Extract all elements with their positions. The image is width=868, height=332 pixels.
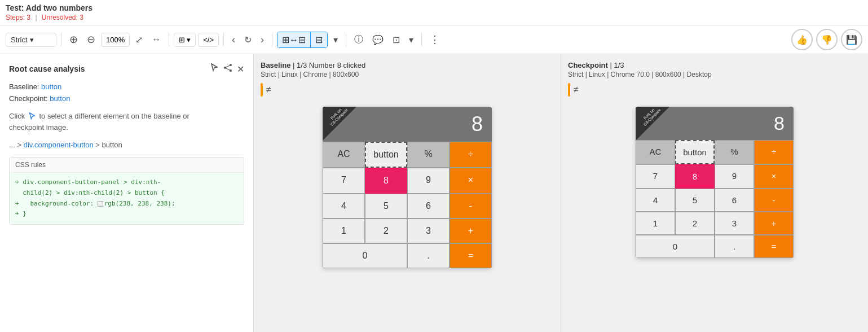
left-panel: Root cause analysis ✕ Baseline: button C… bbox=[0, 54, 254, 332]
checkpoint-calc-buttons: AC button % ÷ 7 8 9 × 4 5 6 - 1 2 bbox=[636, 140, 794, 258]
code-button[interactable]: </> bbox=[198, 33, 219, 47]
save-button[interactable]: 💾 bbox=[841, 29, 862, 50]
close-button[interactable]: ✕ bbox=[237, 64, 244, 75]
breadcrumb-sep2: > bbox=[95, 141, 102, 149]
checkpoint-btn-7[interactable]: 7 bbox=[636, 164, 675, 189]
diff-bar-checkpoint bbox=[568, 83, 570, 97]
baseline-btn-dot[interactable]: . bbox=[407, 243, 450, 268]
select-dropdown-button[interactable]: ▾ bbox=[406, 32, 417, 47]
checkpoint-btn-multiply[interactable]: × bbox=[754, 164, 794, 189]
baseline-btn-3[interactable]: 3 bbox=[407, 219, 450, 243]
checkpoint-btn-9[interactable]: 9 bbox=[715, 164, 754, 189]
baseline-btn-percent[interactable]: % bbox=[407, 142, 450, 168]
checkpoint-btn-2[interactable]: 2 bbox=[675, 212, 715, 235]
steps-label: Steps: 3 bbox=[6, 14, 30, 21]
checkpoint-btn-0[interactable]: 0 bbox=[636, 235, 715, 258]
baseline-btn-4[interactable]: 4 bbox=[323, 194, 365, 219]
share-button[interactable] bbox=[223, 63, 232, 75]
checkpoint-btn-8[interactable]: 8 bbox=[675, 164, 715, 189]
baseline-panel: Baseline | 1/3 Number 8 clicked Strict |… bbox=[254, 54, 561, 332]
baseline-btn-equals[interactable]: = bbox=[450, 243, 492, 268]
expand-button[interactable]: ↔ bbox=[148, 32, 164, 47]
cursor-button[interactable] bbox=[210, 63, 219, 75]
breadcrumb-dots: ... > bbox=[9, 141, 24, 149]
baseline-btn-9[interactable]: 9 bbox=[407, 168, 450, 194]
css-add-2: + background-color: rgb(238, 238, 238); bbox=[15, 200, 175, 207]
checkpoint-btn-6[interactable]: 6 bbox=[715, 189, 754, 212]
checkpoint-btn-divide[interactable]: ÷ bbox=[754, 140, 794, 164]
compare-group[interactable]: ⊞↔⊟ ⊟ bbox=[277, 32, 328, 48]
toolbar-separator-3 bbox=[223, 33, 224, 46]
compare-dropdown-button[interactable]: ▾ bbox=[330, 32, 341, 47]
checkpoint-btn-3[interactable]: 3 bbox=[715, 212, 754, 235]
checkpoint-panel: Checkpoint | 1/3 Strict | Linux | Chrome… bbox=[561, 54, 868, 332]
compare-overlay-button[interactable]: ⊟ bbox=[311, 32, 327, 47]
checkpoint-btn-plus[interactable]: + bbox=[754, 212, 794, 235]
code-icon: </> bbox=[203, 36, 214, 44]
checkpoint-btn-dot[interactable]: . bbox=[715, 235, 754, 258]
comment-button[interactable]: 💬 bbox=[369, 32, 387, 47]
baseline-btn-ac[interactable]: AC bbox=[323, 142, 365, 168]
baseline-btn-button[interactable]: button bbox=[365, 142, 407, 168]
panel-title: Root cause analysis bbox=[9, 64, 85, 73]
baseline-btn-0[interactable]: 0 bbox=[323, 243, 407, 268]
thumbs-down-button[interactable]: 👎 bbox=[816, 29, 838, 50]
checkpoint-btn-button[interactable]: button bbox=[675, 140, 715, 164]
css-code: + div.component-button-panel > div:nth- … bbox=[10, 173, 244, 224]
main-layout: Root cause analysis ✕ Baseline: button C… bbox=[0, 54, 868, 332]
checkpoint-calc-wrapper: Fork onGit-Compare 8 AC button % ÷ 7 8 9… bbox=[568, 101, 861, 264]
checkpoint-calculator: Fork onGit-Compare 8 AC button % ÷ 7 8 9… bbox=[636, 107, 794, 258]
breadcrumb-div-link[interactable]: div.component-button bbox=[24, 141, 94, 149]
compare-split-button[interactable]: ⊞↔⊟ bbox=[277, 32, 311, 47]
separator: | bbox=[35, 14, 38, 21]
checkpoint-link[interactable]: button bbox=[50, 94, 70, 103]
checkpoint-label: Checkpoint: bbox=[9, 94, 48, 103]
alert-button[interactable]: ⓘ bbox=[351, 32, 367, 48]
zoom-out-button[interactable]: ⊖ bbox=[83, 31, 99, 48]
baseline-corner-badge: Fork onGit-Compare bbox=[323, 107, 356, 141]
fit-button[interactable]: ⤢ bbox=[132, 32, 146, 47]
baseline-info: Baseline: button Checkpoint: button bbox=[9, 81, 244, 105]
checkpoint-btn-5[interactable]: 5 bbox=[675, 189, 715, 212]
baseline-btn-8[interactable]: 8 bbox=[365, 168, 407, 194]
baseline-link[interactable]: button bbox=[41, 82, 61, 91]
checkpoint-btn-equals[interactable]: = bbox=[754, 235, 794, 258]
baseline-btn-1[interactable]: 1 bbox=[323, 219, 365, 243]
thumbs-up-button[interactable]: 👍 bbox=[791, 29, 813, 50]
toolbar-separator-4 bbox=[272, 33, 272, 46]
layers-button[interactable]: ⊞ ▾ bbox=[174, 33, 196, 47]
more-button[interactable]: ⋮ bbox=[426, 31, 443, 48]
click-desc-2: checkpoint image. bbox=[9, 123, 68, 132]
chevron-down-icon: ▾ bbox=[30, 36, 34, 44]
zoom-100-button[interactable]: 100% bbox=[101, 33, 130, 47]
baseline-btn-divide[interactable]: ÷ bbox=[450, 142, 492, 168]
checkpoint-line: Checkpoint: button bbox=[9, 93, 244, 105]
baseline-btn-plus[interactable]: + bbox=[450, 219, 492, 243]
baseline-btn-7[interactable]: 7 bbox=[323, 168, 365, 194]
baseline-btn-5[interactable]: 5 bbox=[365, 194, 407, 219]
unresolved-label: Unresolved: 3 bbox=[42, 14, 83, 21]
css-color-swatch bbox=[98, 201, 103, 207]
select-button[interactable]: ⊡ bbox=[389, 32, 403, 47]
nav-prev-button[interactable]: ‹ bbox=[228, 32, 239, 48]
strict-dropdown[interactable]: Strict ▾ bbox=[6, 33, 56, 47]
right-content: Baseline | 1/3 Number 8 clicked Strict |… bbox=[254, 54, 868, 332]
checkpoint-btn-1[interactable]: 1 bbox=[636, 212, 675, 235]
baseline-btn-6[interactable]: 6 bbox=[407, 194, 450, 219]
checkpoint-btn-percent[interactable]: % bbox=[715, 140, 754, 164]
cursor-inline-icon bbox=[28, 112, 36, 120]
nav-refresh-button[interactable]: ↻ bbox=[241, 32, 255, 47]
baseline-label: Baseline: bbox=[9, 82, 39, 91]
baseline-corner-text: Fork onGit-Compare bbox=[324, 107, 351, 129]
baseline-btn-2[interactable]: 2 bbox=[365, 219, 407, 243]
checkpoint-diff-badge: ≠ bbox=[568, 83, 861, 97]
baseline-btn-minus[interactable]: - bbox=[450, 194, 492, 219]
layers-icon: ⊞ bbox=[179, 36, 185, 44]
zoom-in-button[interactable]: ⊕ bbox=[66, 31, 81, 48]
checkpoint-btn-minus[interactable]: - bbox=[754, 189, 794, 212]
nav-next-button[interactable]: › bbox=[257, 32, 267, 48]
checkpoint-btn-ac[interactable]: AC bbox=[636, 140, 675, 164]
checkpoint-btn-4[interactable]: 4 bbox=[636, 189, 675, 212]
baseline-btn-multiply[interactable]: × bbox=[450, 168, 492, 194]
share-icon bbox=[223, 63, 232, 72]
